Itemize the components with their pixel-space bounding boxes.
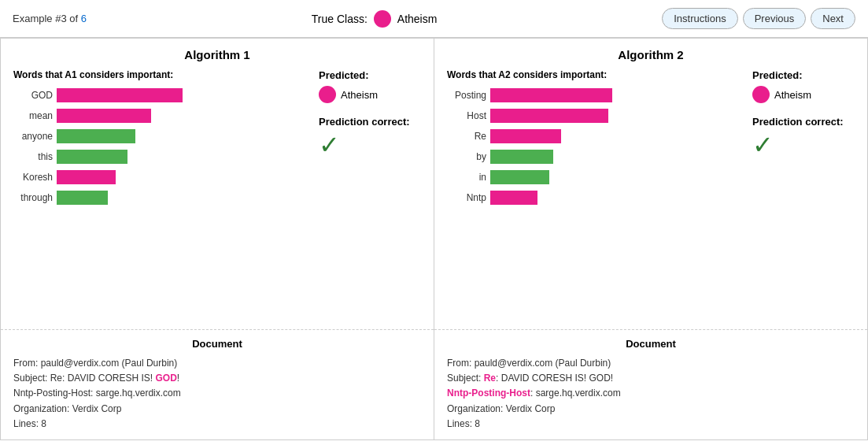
previous-button[interactable]: Previous xyxy=(743,8,807,29)
bar-label-through: through xyxy=(13,192,57,203)
doc-title-1: Document xyxy=(13,338,421,350)
bar-label-in: in xyxy=(447,172,490,183)
algorithm2-title: Algorithm 2 xyxy=(447,48,855,61)
prediction-correct-label-2: Prediction correct: xyxy=(752,116,855,128)
instructions-button[interactable]: Instructions xyxy=(662,8,737,29)
bar-host xyxy=(490,109,608,123)
bar-anyone xyxy=(57,129,135,143)
bar-koresh xyxy=(57,170,116,184)
bar-row-god: GOD xyxy=(13,87,303,104)
bar-row-koresh: Koresh xyxy=(13,169,303,186)
algorithm1-title: Algorithm 1 xyxy=(13,48,421,61)
doc-text-1: From: pauld@verdix.com (Paul Durbin) Sub… xyxy=(13,356,421,432)
bar-by xyxy=(490,150,553,164)
bar-row-this: this xyxy=(13,148,303,165)
bar-label-by: by xyxy=(447,151,490,162)
predicted-label-2: Predicted: xyxy=(752,69,855,81)
true-class: True Class: Atheism xyxy=(312,10,438,28)
bar-in xyxy=(490,170,549,184)
bar-row-by: by xyxy=(447,148,737,165)
bar-posting xyxy=(490,88,612,102)
bar-label-posting: Posting xyxy=(447,90,490,101)
example-label: Example #3 of 6 xyxy=(13,13,87,24)
bar-row-mean: mean xyxy=(13,107,303,124)
algorithm1-bottom: Document From: pauld@verdix.com (Paul Du… xyxy=(1,330,434,439)
bar-row-in: in xyxy=(447,169,737,186)
predicted-text-2: Atheism xyxy=(774,89,811,101)
top-bar: Example #3 of 6 True Class: Atheism Inst… xyxy=(0,0,868,38)
bar-label-mean: mean xyxy=(13,110,57,121)
predicted-dot-2 xyxy=(752,86,770,103)
algorithm2-prediction: Predicted: Atheism Prediction correct: ✓ xyxy=(744,69,855,210)
doc-text-2: From: pauld@verdix.com (Paul Durbin) Sub… xyxy=(447,356,855,432)
bar-label-host: Host xyxy=(447,110,490,121)
bar-row-re: Re xyxy=(447,128,737,145)
bar-label-re: Re xyxy=(447,131,490,142)
main-content: Algorithm 1 Words that A1 considers impo… xyxy=(0,38,868,440)
bar-god xyxy=(57,88,183,102)
bar-mean xyxy=(57,109,151,123)
bar-this xyxy=(57,150,127,164)
algorithm1-top: Algorithm 1 Words that A1 considers impo… xyxy=(1,39,434,330)
next-button[interactable]: Next xyxy=(811,8,855,29)
predicted-class-1: Atheism xyxy=(319,86,421,103)
prediction-correct-label-1: Prediction correct: xyxy=(319,116,421,128)
predicted-label-1: Predicted: xyxy=(319,69,421,81)
true-class-label: True Class: xyxy=(312,13,368,25)
bar-row-posting: Posting xyxy=(447,87,737,104)
algorithm1-words: Words that A1 considers important: GOD m… xyxy=(13,69,303,210)
bar-label-this: this xyxy=(13,151,57,162)
algorithm2-words: Words that A2 considers important: Posti… xyxy=(447,69,737,210)
bar-label-god: GOD xyxy=(13,90,57,101)
checkmark-1: ✓ xyxy=(319,132,421,158)
checkmark-2: ✓ xyxy=(752,132,855,158)
predicted-class-2: Atheism xyxy=(752,86,855,103)
algorithm2-words-title: Words that A2 considers important: xyxy=(447,69,737,80)
bar-row-host: Host xyxy=(447,107,737,124)
predicted-text-1: Atheism xyxy=(341,89,378,101)
bar-label-nntp: Nntp xyxy=(447,192,490,203)
algorithm1-panel: Algorithm 1 Words that A1 considers impo… xyxy=(1,39,434,439)
bar-through xyxy=(57,191,108,205)
bar-re xyxy=(490,129,561,143)
algorithm2-top: Algorithm 2 Words that A2 considers impo… xyxy=(434,39,867,330)
algorithm1-words-title: Words that A1 considers important: xyxy=(13,69,303,80)
predicted-dot-1 xyxy=(319,86,336,103)
bar-label-anyone: anyone xyxy=(13,131,57,142)
true-class-dot xyxy=(374,10,391,28)
algorithm2-bottom: Document From: pauld@verdix.com (Paul Du… xyxy=(434,330,867,439)
bar-label-koresh: Koresh xyxy=(13,172,57,183)
algorithm2-body: Words that A2 considers important: Posti… xyxy=(447,69,855,210)
true-class-value: Atheism xyxy=(397,13,438,25)
algorithm1-body: Words that A1 considers important: GOD m… xyxy=(13,69,421,210)
bar-row-nntp: Nntp xyxy=(447,189,737,206)
nav-buttons: Instructions Previous Next xyxy=(662,8,855,29)
bar-nntp xyxy=(490,191,537,205)
bar-row-anyone: anyone xyxy=(13,128,303,145)
algorithm2-panel: Algorithm 2 Words that A2 considers impo… xyxy=(434,39,867,439)
algorithm1-prediction: Predicted: Atheism Prediction correct: ✓ xyxy=(311,69,421,210)
doc-title-2: Document xyxy=(447,338,855,350)
bar-row-through: through xyxy=(13,189,303,206)
